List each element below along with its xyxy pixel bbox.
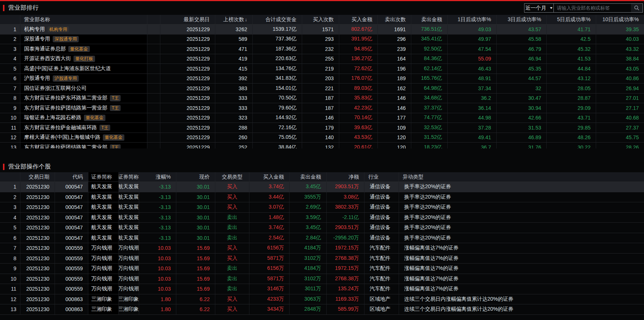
- cell-date: 20251229: [160, 123, 215, 133]
- cell-r1: 49.97: [448, 35, 497, 44]
- table-row[interactable]: 1机构专用机构专用2025122932621539.17亿1571802.67亿…: [0, 25, 644, 35]
- table-row[interactable]: 10瑞银证券上海花园石桥路量化基金20251229323144.92亿14670…: [0, 113, 644, 123]
- column-header-pct[interactable]: 涨幅%: [139, 172, 176, 182]
- column-header-name[interactable]: 营业部名称: [20, 15, 147, 24]
- column-header-name[interactable]: 证券简称: [88, 172, 119, 182]
- cell-price: 15.69: [176, 274, 215, 284]
- cell-date: 20251230: [20, 223, 55, 233]
- period-dropdown[interactable]: 近一个月 ▼: [524, 3, 554, 13]
- column-header-price[interactable]: 现价: [176, 172, 215, 182]
- cell-move: 连续三个交易日内涨幅偏离值累计达20%的证券: [399, 294, 644, 304]
- table-row[interactable]: 1120251230000559万向钱潮万向钱潮10.0315.69卖出3146…: [0, 284, 644, 294]
- column-header-date[interactable]: 最新交易日: [160, 15, 215, 24]
- column-header-r10[interactable]: 10日后成功率%: [596, 15, 644, 24]
- table-row[interactable]: 13东方财富证券拉萨团结路第二营业部T王2025122925238.84亿132…: [0, 143, 644, 148]
- search-button[interactable]: [631, 4, 643, 12]
- cell-r10: 40.68: [596, 113, 644, 123]
- column-header-buy_count[interactable]: 买入次数: [302, 15, 339, 24]
- cell-industry: 通信设备: [365, 233, 399, 243]
- cell-type: 卖出: [215, 233, 249, 243]
- clipped-name-text: 三湘印象: [119, 306, 139, 313]
- branch-stocks-table-body: 120251230000547航天发展航天发展-3.1330.01买入3.74亿…: [0, 182, 644, 315]
- table-row[interactable]: 920251230000559万向钱潮万向钱潮10.0315.69卖出6156万…: [0, 264, 644, 274]
- table-row[interactable]: 8东方财富证券拉萨东环路第二营业部T王2025122933370.50亿1873…: [0, 94, 644, 104]
- cell-buy: 1.48亿: [249, 213, 290, 223]
- cell-code: 000559: [55, 254, 88, 264]
- table-row[interactable]: 9东方财富证券拉萨团结路第一营业部T王2025122933379.60亿1874…: [0, 103, 644, 113]
- cell-sell: 3102万: [290, 274, 327, 284]
- cell-rank: 2: [0, 35, 20, 44]
- cell-sell_amt: 736.51亿: [411, 25, 448, 34]
- column-header-r1[interactable]: 1日后成功率%: [448, 15, 497, 24]
- cell-code: 000863: [55, 304, 88, 314]
- cell-name-clipped: 万向钱潮: [119, 284, 139, 294]
- cell-name: 航天发展: [88, 213, 119, 223]
- cell-name-clipped: 万向钱潮: [119, 274, 139, 284]
- column-header-date[interactable]: 交易日期: [20, 172, 55, 182]
- cell-buy: 6156万: [249, 243, 290, 253]
- cell-buy: 5871万: [249, 274, 290, 284]
- table-row[interactable]: 1220251230000863三湘印象三湘印象1.806.22买入4233万3…: [0, 294, 644, 305]
- cell-net: -2.11亿: [327, 213, 365, 223]
- column-header-total[interactable]: 合计成交资金: [253, 15, 302, 24]
- column-header-times[interactable]: 上榜次数↓: [215, 15, 253, 24]
- cell-buy_count: 255: [302, 54, 339, 64]
- cell-r3: 31.53: [497, 123, 547, 133]
- column-header-sell[interactable]: 卖出金额: [290, 172, 327, 182]
- cell-code: 000863: [55, 294, 88, 304]
- cell-blank: [147, 64, 160, 74]
- branch-search-input[interactable]: [554, 4, 631, 12]
- column-header-buy[interactable]: 买入金额: [249, 172, 290, 182]
- cell-no: 10: [0, 274, 20, 284]
- table-row[interactable]: 620251230000547航天发展航天发展-3.1330.01卖出2.54亿…: [0, 233, 644, 244]
- table-row[interactable]: 5高盛(中国)证券上海浦东新区世纪大道20251229415134.76亿219…: [0, 64, 644, 74]
- column-header-r3[interactable]: 3日后成功率%: [497, 15, 547, 24]
- table-row[interactable]: 320251230000547航天发展航天发展-3.1330.01买入3.07亿…: [0, 202, 644, 213]
- column-header-buy_amt[interactable]: 买入金额: [339, 15, 378, 24]
- cell-buy_count: 140: [302, 133, 339, 143]
- table-row[interactable]: 520251230000547航天发展航天发展-3.1330.01卖出3.74亿…: [0, 223, 644, 233]
- table-row[interactable]: 120251230000547航天发展航天发展-3.1330.01买入3.74亿…: [0, 182, 644, 192]
- app-window: 营业部排行 近一个月 ▼ 营业部名称最新交易日上榜次数↓合计成交资金买入次数买入…: [0, 0, 644, 320]
- table-row[interactable]: 12摩根大通证券(中国)上海银城中路量化基金2025122926075.05亿1…: [0, 133, 644, 143]
- table-row[interactable]: 7国信证券浙江互联网分公司20251229383154.01亿22189.03亿…: [0, 84, 644, 94]
- table-row[interactable]: 420251230000547航天发展航天发展-3.1330.01卖出1.48亿…: [0, 213, 644, 223]
- column-header-sell_amt[interactable]: 卖出金额: [411, 15, 448, 24]
- cell-total: 134.76亿: [253, 64, 302, 74]
- cell-no: 3: [0, 202, 20, 212]
- cell-net: 2903.51万: [327, 182, 365, 192]
- table-row[interactable]: 720251230000559万向钱潮万向钱潮10.0315.69买入6156万…: [0, 243, 644, 254]
- sort-desc-icon: ↓: [245, 17, 248, 22]
- branch-name: 沪股通专用: [24, 75, 50, 82]
- cell-r10: 40.03: [596, 35, 644, 44]
- cell-industry: 通信设备: [365, 182, 399, 192]
- cell-code: 000559: [55, 284, 88, 294]
- table-row[interactable]: 3国泰海通证券总部量化基金20251229471187.36亿23294.85亿…: [0, 44, 644, 54]
- column-header-industry[interactable]: 行业: [365, 172, 399, 182]
- column-header-sell_count[interactable]: 卖出次数: [378, 15, 411, 24]
- cell-buy_count: 132: [302, 143, 339, 148]
- column-header-net[interactable]: 净额: [327, 172, 365, 182]
- column-header-move[interactable]: 异动类型: [399, 172, 644, 182]
- column-header-code[interactable]: 代码: [55, 172, 88, 182]
- cell-buy: 2.54亿: [249, 233, 290, 243]
- table-row[interactable]: 220251230000547航天发展航天发展-3.1330.01买入3.44亿…: [0, 192, 644, 203]
- column-header-r5[interactable]: 5日后成功率%: [547, 15, 596, 24]
- cell-blank: [147, 94, 160, 103]
- cell-buy: 4233万: [249, 294, 290, 304]
- table-row[interactable]: 11东方财富证券拉萨金融城南环路T王2025122928872.16亿17939…: [0, 123, 644, 133]
- table-row[interactable]: 4开源证券西安西大街量化打板20251229419220.63亿255136.2…: [0, 54, 644, 64]
- cell-name: 东方财富证券拉萨团结路第一营业部T王: [20, 103, 147, 113]
- table-row[interactable]: 1020251230000559万向钱潮万向钱潮10.0315.69卖出5871…: [0, 274, 644, 284]
- cell-buy_amt: 70.14亿: [339, 113, 378, 123]
- column-header-type[interactable]: 交易类型: [215, 172, 249, 182]
- table-row[interactable]: 6沪股通专用沪股通专用20251229392341.83亿203176.07亿1…: [0, 74, 644, 84]
- cell-times: 323: [215, 113, 253, 123]
- cell-industry: 汽车配件: [365, 243, 399, 253]
- table-row[interactable]: 820251230000559万向钱潮万向钱潮10.0315.69买入5871万…: [0, 254, 644, 264]
- table-row[interactable]: 1320251230000863三湘印象三湘印象1.806.22买入3434万2…: [0, 304, 644, 315]
- table-row[interactable]: 2深股通专用深股通专用20251229589737.36亿293391.95亿2…: [0, 35, 644, 45]
- cell-name: 开源证券西安西大街量化打板: [20, 54, 147, 64]
- cell-r5: 41.53: [547, 54, 596, 64]
- clipped-name-text: 万向钱潮: [119, 255, 139, 262]
